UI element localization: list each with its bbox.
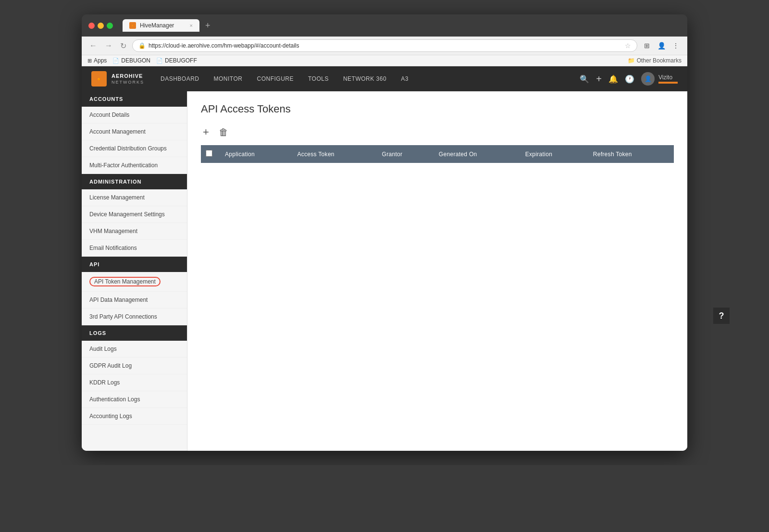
table-col-grantor: Grantor	[375, 145, 432, 163]
user-name: Vizito	[658, 74, 678, 81]
logo-area: 🔸 AEROHIVE NETWORKS	[91, 71, 144, 87]
apps-bookmark-icon: ⊞	[87, 58, 92, 64]
debugon-icon: 📄	[112, 58, 119, 64]
sidebar-item-license[interactable]: License Management	[82, 189, 187, 206]
user-area[interactable]: 👤 Vizito	[641, 72, 678, 86]
nav-item-a3[interactable]: A3	[394, 68, 415, 90]
debugoff-bookmark[interactable]: 📄 DEBUGOFF	[156, 57, 197, 64]
table-col-refresh-token: Refresh Token	[586, 145, 674, 163]
nav-item-tools[interactable]: TOOLS	[301, 68, 335, 90]
top-nav-items: DASHBOARD MONITOR CONFIGURE TOOLS NETWOR…	[154, 68, 580, 90]
minimize-traffic-light[interactable]	[98, 23, 104, 29]
browser-toolbar: ← → ↻ 🔒 ☆ ⊞ 👤 ⋮	[82, 37, 687, 55]
add-token-button[interactable]: +	[201, 125, 211, 139]
sidebar-item-account-management[interactable]: Account Management	[82, 124, 187, 140]
close-traffic-light[interactable]	[88, 23, 95, 29]
table-header-checkbox	[201, 145, 218, 163]
debugoff-icon: 📄	[156, 58, 163, 64]
sidebar-item-kddr-logs[interactable]: KDDR Logs	[82, 374, 187, 391]
search-icon[interactable]: 🔍	[580, 74, 589, 84]
content-area: API Access Tokens + 🗑 Application Access…	[187, 91, 687, 451]
add-icon[interactable]: +	[596, 74, 602, 85]
table-col-application: Application	[218, 145, 290, 163]
user-avatar: 👤	[641, 72, 655, 86]
table-header-row: Application Access Token Grantor Generat…	[201, 145, 674, 163]
logo-sub: NETWORKS	[112, 80, 144, 85]
browser-titlebar: 🔸 HiveManager × +	[82, 14, 687, 37]
sidebar-item-accounting-logs[interactable]: Accounting Logs	[82, 408, 187, 425]
profile-icon[interactable]: 👤	[656, 40, 667, 51]
tab-favicon: 🔸	[129, 22, 136, 29]
api-token-highlight-label: API Token Management	[89, 277, 161, 286]
maximize-traffic-light[interactable]	[107, 23, 113, 29]
user-status-bar	[658, 82, 678, 84]
debugon-bookmark[interactable]: 📄 DEBUGON	[112, 57, 150, 64]
table-col-access-token: Access Token	[290, 145, 375, 163]
select-all-checkbox[interactable]	[206, 150, 212, 157]
back-button[interactable]: ←	[87, 40, 99, 51]
menu-icon[interactable]: ⋮	[670, 40, 682, 51]
apps-bookmark[interactable]: ⊞ Apps	[87, 57, 107, 64]
other-bookmarks[interactable]: 📁 Other Bookmarks	[628, 57, 682, 64]
sidebar-item-device-management[interactable]: Device Management Settings	[82, 206, 187, 223]
logo-icon: 🔸	[91, 71, 107, 87]
sidebar-item-auth-logs[interactable]: Authentication Logs	[82, 391, 187, 408]
sidebar-section-accounts: ACCOUNTS	[82, 91, 187, 107]
user-info: Vizito	[658, 74, 678, 84]
tab-bar: 🔸 HiveManager × +	[123, 19, 681, 32]
bookmark-star-icon[interactable]: ☆	[625, 42, 631, 49]
sidebar-item-3rdparty-api[interactable]: 3rd Party API Connections	[82, 309, 187, 325]
nav-item-network360[interactable]: NETWORK 360	[336, 68, 393, 90]
notifications-icon[interactable]: 🔔	[608, 74, 618, 84]
traffic-lights	[88, 23, 113, 29]
action-toolbar: + 🗑	[201, 125, 674, 139]
sidebar-section-api: API	[82, 257, 187, 272]
address-bar[interactable]: 🔒 ☆	[132, 39, 637, 52]
sidebar-item-api-token[interactable]: API Token Management	[82, 272, 187, 292]
debugon-label: DEBUGON	[121, 57, 150, 64]
nav-item-dashboard[interactable]: DASHBOARD	[154, 68, 206, 90]
nav-icons: 🔍 + 🔔 🕐 👤 Vizito	[580, 72, 678, 86]
app-container: 🔸 AEROHIVE NETWORKS DASHBOARD MONITOR CO…	[82, 66, 687, 451]
sidebar-item-credential-distribution[interactable]: Credential Distribution Groups	[82, 140, 187, 157]
sidebar-section-logs: LOGS	[82, 325, 187, 341]
debugoff-label: DEBUGOFF	[165, 57, 197, 64]
sidebar-item-mfa[interactable]: Multi-Factor Authentication	[82, 157, 187, 174]
other-bookmarks-icon: 📁	[628, 57, 635, 64]
bookmarks-bar: ⊞ Apps 📄 DEBUGON 📄 DEBUGOFF 📁 Other Book…	[82, 55, 687, 66]
sidebar-section-administration: ADMINISTRATION	[82, 174, 187, 189]
sidebar-item-gdpr-audit[interactable]: GDPR Audit Log	[82, 358, 187, 374]
tab-label: HiveManager	[140, 22, 174, 29]
logo-text: AEROHIVE	[112, 73, 144, 79]
apps-bookmark-label: Apps	[94, 57, 107, 64]
url-input[interactable]	[149, 42, 622, 49]
page-title: API Access Tokens	[201, 103, 674, 115]
sidebar: ACCOUNTS Account Details Account Managem…	[82, 91, 187, 451]
logo-text-area: AEROHIVE NETWORKS	[112, 73, 144, 84]
active-browser-tab[interactable]: 🔸 HiveManager ×	[123, 19, 199, 32]
table-col-generated-on: Generated On	[432, 145, 519, 163]
extensions-icon[interactable]: ⊞	[641, 40, 653, 51]
toolbar-icons: ⊞ 👤 ⋮	[641, 40, 682, 51]
other-bookmarks-label: Other Bookmarks	[637, 57, 682, 64]
clock-icon[interactable]: 🕐	[625, 74, 634, 84]
tab-close-btn[interactable]: ×	[190, 23, 193, 28]
nav-item-configure[interactable]: CONFIGURE	[250, 68, 300, 90]
sidebar-item-api-data[interactable]: API Data Management	[82, 292, 187, 309]
nav-item-monitor[interactable]: MONITOR	[207, 68, 249, 90]
api-tokens-table: Application Access Token Grantor Generat…	[201, 145, 674, 163]
sidebar-item-audit-logs[interactable]: Audit Logs	[82, 341, 187, 358]
delete-token-button[interactable]: 🗑	[217, 126, 230, 139]
help-icon[interactable]: ?	[713, 308, 730, 324]
main-content: ACCOUNTS Account Details Account Managem…	[82, 91, 687, 451]
sidebar-item-account-details[interactable]: Account Details	[82, 107, 187, 124]
forward-button[interactable]: →	[103, 40, 114, 51]
sidebar-item-vhm[interactable]: VHM Management	[82, 223, 187, 240]
sidebar-item-email-notifications[interactable]: Email Notifications	[82, 240, 187, 257]
new-tab-button[interactable]: +	[203, 21, 212, 31]
table-col-expiration: Expiration	[519, 145, 586, 163]
top-nav: 🔸 AEROHIVE NETWORKS DASHBOARD MONITOR CO…	[82, 66, 687, 91]
help-button[interactable]: ?	[713, 308, 730, 324]
refresh-button[interactable]: ↻	[118, 40, 128, 51]
